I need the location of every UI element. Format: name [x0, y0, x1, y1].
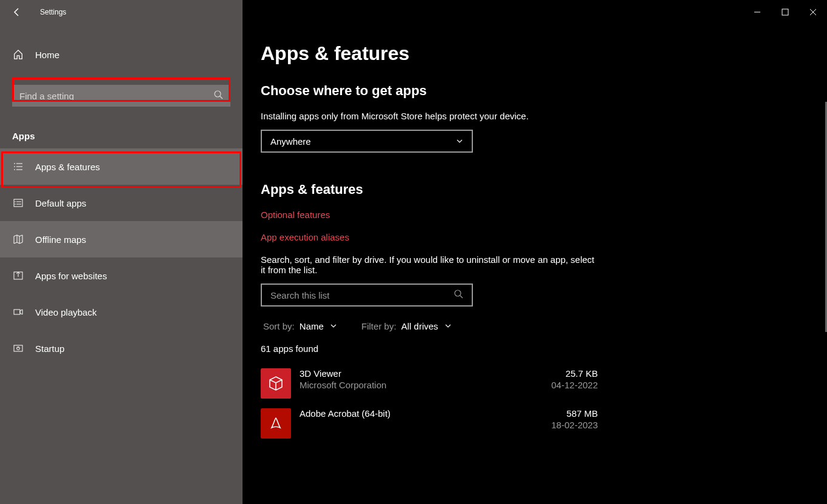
sidebar-item-label: Video playback — [35, 307, 96, 317]
sidebar-item-default-apps[interactable]: Default apps — [0, 185, 243, 221]
search-icon — [213, 90, 223, 102]
choose-apps-heading: Choose where to get apps — [261, 83, 809, 99]
close-button[interactable] — [799, 0, 827, 24]
app-date: 18-02-2023 — [527, 420, 598, 430]
apps-features-subheading: Apps & features — [261, 182, 809, 197]
app-name: 3D Viewer — [300, 368, 527, 379]
back-button[interactable] — [12, 7, 22, 17]
app-row-3d-viewer[interactable]: 3D Viewer Microsoft Corporation 25.7 KB … — [261, 363, 600, 403]
app-publisher: Microsoft Corporation — [300, 380, 527, 390]
app-size: 587 MB — [527, 408, 598, 419]
apps-list-desc: Search, sort, and filter by drive. If yo… — [261, 254, 600, 275]
svg-rect-21 — [14, 310, 20, 314]
app-source-dropdown[interactable]: Anywhere — [261, 130, 473, 153]
defaults-icon — [12, 197, 24, 208]
home-icon — [12, 49, 24, 60]
window-title: Settings — [40, 8, 66, 16]
svg-point-15 — [15, 201, 16, 202]
svg-rect-12 — [14, 199, 22, 207]
startup-icon — [12, 343, 24, 354]
sidebar-item-offline-maps[interactable]: Offline maps — [0, 221, 243, 257]
filter-by-value[interactable]: All drives — [401, 321, 452, 331]
svg-point-4 — [215, 91, 221, 97]
sidebar-item-label: Apps & features — [35, 162, 100, 172]
choose-apps-desc: Installing apps only from Microsoft Stor… — [261, 111, 809, 121]
sort-by-label: Sort by: — [263, 321, 295, 331]
home-nav[interactable]: Home — [0, 36, 243, 73]
sidebar-item-label: Default apps — [35, 198, 86, 208]
sidebar-item-label: Apps for websites — [35, 271, 107, 281]
svg-marker-22 — [20, 310, 22, 314]
svg-point-26 — [455, 290, 461, 296]
home-label: Home — [35, 50, 59, 60]
sidebar-item-apps-features[interactable]: Apps & features — [0, 148, 243, 185]
list-icon — [12, 161, 24, 172]
apps-count: 61 apps found — [261, 343, 809, 354]
search-icon — [454, 289, 463, 301]
svg-line-5 — [220, 96, 223, 99]
settings-search-input[interactable] — [12, 85, 230, 107]
svg-rect-1 — [782, 9, 788, 15]
app-row-adobe-acrobat[interactable]: Adobe Acrobat (64-bit) 587 MB 18-02-2023 — [261, 403, 600, 443]
sort-by-value[interactable]: Name — [300, 321, 337, 331]
sidebar-item-video-playback[interactable]: Video playback — [0, 294, 243, 330]
app-name: Adobe Acrobat (64-bit) — [300, 408, 527, 419]
svg-line-27 — [460, 296, 463, 298]
sidebar-section-label: Apps — [0, 119, 243, 148]
sidebar-item-label: Startup — [35, 343, 64, 354]
filter-by-label: Filter by: — [361, 321, 397, 331]
sidebar-item-startup[interactable]: Startup — [0, 330, 243, 366]
app-execution-aliases-link[interactable]: App execution aliases — [261, 232, 809, 242]
minimize-button[interactable] — [743, 0, 771, 24]
app-list-search[interactable] — [261, 284, 473, 307]
sidebar-item-label: Offline maps — [35, 234, 86, 245]
dropdown-value: Anywhere — [270, 136, 311, 147]
page-heading: Apps & features — [261, 42, 809, 65]
app-list-search-input[interactable] — [270, 290, 454, 300]
app-size: 25.7 KB — [527, 368, 598, 379]
svg-point-16 — [15, 204, 16, 205]
map-icon — [12, 234, 24, 245]
sidebar-item-apps-for-websites[interactable]: Apps for websites — [0, 257, 243, 294]
app-icon-3d-viewer — [261, 368, 291, 399]
app-icon-acrobat — [261, 408, 291, 439]
optional-features-link[interactable]: Optional features — [261, 210, 809, 220]
websites-icon — [12, 270, 24, 281]
chevron-down-icon — [456, 136, 463, 147]
video-icon — [12, 307, 24, 317]
app-date: 04-12-2022 — [527, 380, 598, 390]
maximize-button[interactable] — [771, 0, 799, 24]
